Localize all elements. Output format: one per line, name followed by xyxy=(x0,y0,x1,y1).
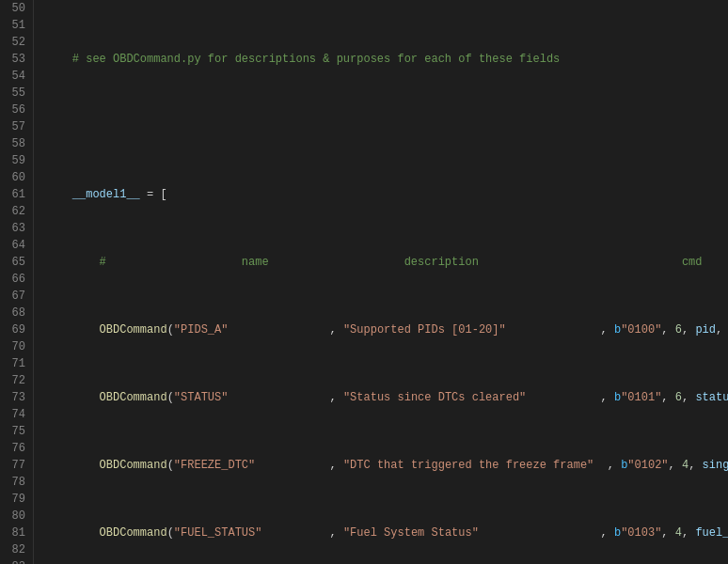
ln-75: 75 xyxy=(8,423,25,440)
ln-60: 60 xyxy=(8,169,25,186)
ln-73: 73 xyxy=(8,389,25,406)
ln-56: 56 xyxy=(8,102,25,118)
ln-82: 82 xyxy=(8,541,25,558)
ln-68: 68 xyxy=(8,305,25,321)
ln-58: 58 xyxy=(8,135,25,152)
ln-55: 55 xyxy=(8,85,25,102)
ln-76: 76 xyxy=(8,440,25,457)
ln-80: 80 xyxy=(8,508,25,525)
ln-54: 54 xyxy=(8,68,25,85)
ln-77: 77 xyxy=(8,457,25,474)
ln-51: 51 xyxy=(8,17,25,34)
code-text: # see OBDCommand.py for descriptions & p… xyxy=(34,0,728,564)
code-line-52: __model1__ = [ xyxy=(45,186,728,203)
code-line-51 xyxy=(45,118,728,135)
ln-64: 64 xyxy=(8,237,25,254)
ln-67: 67 xyxy=(8,288,25,305)
ln-66: 66 xyxy=(8,271,25,288)
ln-65: 65 xyxy=(8,254,25,271)
line-numbers: 50 51 52 53 54 55 56 57 58 59 60 61 62 6… xyxy=(0,0,34,564)
ln-74: 74 xyxy=(8,406,25,423)
code-line-56: OBDCommand("FREEZE_DTC" , "DTC that trig… xyxy=(45,457,728,474)
ln-50: 50 xyxy=(8,0,25,17)
ln-70: 70 xyxy=(8,338,25,355)
ln-59: 59 xyxy=(8,152,25,169)
ln-57: 57 xyxy=(8,118,25,135)
ln-53: 53 xyxy=(8,51,25,68)
code-line-53: # name description cmd bytes decoder xyxy=(45,254,728,271)
ln-72: 72 xyxy=(8,372,25,389)
ln-69: 69 xyxy=(8,321,25,338)
ln-61: 61 xyxy=(8,186,25,203)
ln-83: 83 xyxy=(8,558,25,564)
ln-62: 62 xyxy=(8,203,25,220)
code-line-50: # see OBDCommand.py for descriptions & p… xyxy=(45,51,728,68)
code-line-54: OBDCommand("PIDS_A" , "Supported PIDs [0… xyxy=(45,321,728,338)
ln-71: 71 xyxy=(8,355,25,372)
code-line-55: OBDCommand("STATUS" , "Status since DTCs… xyxy=(45,389,728,406)
ln-81: 81 xyxy=(8,525,25,541)
ln-78: 78 xyxy=(8,474,25,491)
ln-52: 52 xyxy=(8,34,25,51)
ln-79: 79 xyxy=(8,491,25,508)
code-line-57: OBDCommand("FUEL_STATUS" , "Fuel System … xyxy=(45,525,728,541)
code-editor: 50 51 52 53 54 55 56 57 58 59 60 61 62 6… xyxy=(0,0,728,564)
ln-63: 63 xyxy=(8,220,25,237)
